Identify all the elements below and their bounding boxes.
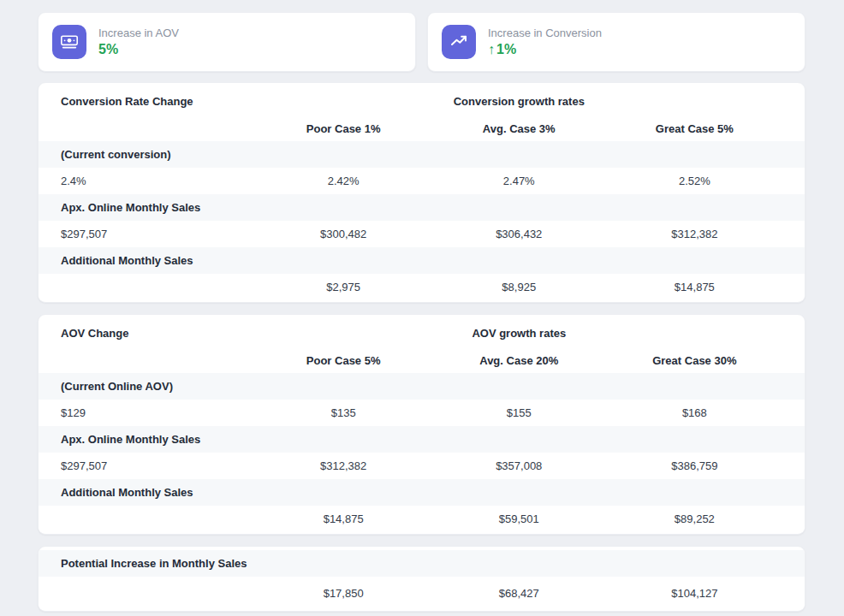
stat-card-aov-text: Increase in AOV 5% xyxy=(98,27,179,57)
column-header-avg: Avg. Case 3% xyxy=(431,122,607,135)
cell-current: $297,507 xyxy=(61,228,256,240)
stat-card-conversion-value: ↑1% xyxy=(488,42,602,57)
cell-great: $14,875 xyxy=(607,281,782,293)
table-header-row: AOV Change AOV growth rates xyxy=(39,318,805,347)
section-label: Apx. Online Monthly Sales xyxy=(61,433,256,446)
cell-great: $168 xyxy=(607,406,782,419)
cell-current: 2.4% xyxy=(61,175,256,187)
cell-poor: $312,382 xyxy=(256,459,431,472)
conversion-rate-table: Conversion Rate Change Conversion growth… xyxy=(38,82,805,303)
cell-avg: $357,008 xyxy=(431,459,607,472)
cell-avg: $306,432 xyxy=(431,228,607,240)
cell-poor: $17,850 xyxy=(256,587,431,600)
column-header-row: Poor Case 5% Avg. Case 20% Great Case 30… xyxy=(39,347,805,373)
cell-poor: 2.42% xyxy=(256,175,431,187)
up-arrow-icon: ↑ xyxy=(488,42,495,56)
table-title: AOV Change xyxy=(61,327,256,340)
table-header-row: Conversion Rate Change Conversion growth… xyxy=(39,86,805,116)
stat-card-aov-value: 5% xyxy=(98,42,179,57)
column-header-great: Great Case 5% xyxy=(607,122,782,135)
trending-up-icon xyxy=(442,25,476,59)
table-row: $297,507 $312,382 $357,008 $386,759 xyxy=(39,453,805,479)
section-label-row: Additional Monthly Sales xyxy=(39,247,805,274)
section-label-row: Additional Monthly Sales xyxy=(39,479,805,506)
stat-card-conversion-label: Increase in Conversion xyxy=(488,27,602,39)
cell-poor: $2,975 xyxy=(256,281,431,293)
column-header-avg: Avg. Case 20% xyxy=(431,354,607,367)
stat-card-aov: Increase in AOV 5% xyxy=(38,12,416,72)
cell-avg: $155 xyxy=(431,406,607,419)
column-header-poor: Poor Case 1% xyxy=(256,122,431,135)
cell-poor: $14,875 xyxy=(256,512,431,525)
section-label: (Current Online AOV) xyxy=(61,380,256,393)
section-label-row: Apx. Online Monthly Sales xyxy=(39,194,805,221)
cell-avg: $59,501 xyxy=(431,512,607,525)
section-label: Additional Monthly Sales xyxy=(61,486,256,499)
aov-change-table: AOV Change AOV growth rates Poor Case 5%… xyxy=(38,314,805,535)
table-row: $14,875 $59,501 $89,252 xyxy=(39,506,805,532)
column-header-great: Great Case 30% xyxy=(607,354,782,367)
stat-card-conversion-text: Increase in Conversion ↑1% xyxy=(488,27,602,57)
stat-card-aov-label: Increase in AOV xyxy=(98,27,179,39)
table-row: $2,975 $8,925 $14,875 xyxy=(39,274,805,300)
cell-great: $89,252 xyxy=(607,512,782,525)
stat-card-conversion: Increase in Conversion ↑1% xyxy=(427,12,805,72)
group-header: AOV growth rates xyxy=(256,327,782,340)
page: Increase in AOV 5% Increase in Conversio… xyxy=(0,0,844,612)
summary-label-row: Potential Increase in Monthly Sales xyxy=(39,550,805,577)
summary-label: Potential Increase in Monthly Sales xyxy=(61,557,494,570)
section-label: Additional Monthly Sales xyxy=(61,254,256,267)
cell-avg: $8,925 xyxy=(431,281,607,293)
cell-avg: 2.47% xyxy=(431,175,607,187)
table-row: 2.4% 2.42% 2.47% 2.52% xyxy=(39,168,805,194)
cell-current: $297,507 xyxy=(61,459,256,472)
cell-poor: $135 xyxy=(256,406,431,419)
group-header: Conversion growth rates xyxy=(256,95,782,108)
section-label: Apx. Online Monthly Sales xyxy=(61,201,256,214)
section-label-row: Apx. Online Monthly Sales xyxy=(39,426,805,453)
table-row: $129 $135 $155 $168 xyxy=(39,400,805,426)
section-label: (Current conversion) xyxy=(61,148,256,161)
cell-great: 2.52% xyxy=(607,175,782,187)
banknote-icon xyxy=(52,25,86,59)
column-header-poor: Poor Case 5% xyxy=(256,354,431,367)
cell-avg: $68,427 xyxy=(431,587,607,600)
cell-poor: $300,482 xyxy=(256,228,431,240)
table-title: Conversion Rate Change xyxy=(61,95,256,108)
table-row: $297,507 $300,482 $306,432 $312,382 xyxy=(39,221,805,247)
section-label-row: (Current conversion) xyxy=(39,141,805,168)
section-label-row: (Current Online AOV) xyxy=(39,373,805,400)
potential-increase-card: Potential Increase in Monthly Sales $17,… xyxy=(38,546,805,612)
summary-values-row: $17,850 $68,427 $104,127 xyxy=(39,577,805,609)
cell-great: $312,382 xyxy=(607,228,782,240)
cell-great: $386,759 xyxy=(607,459,782,472)
stat-card-conversion-value-text: 1% xyxy=(496,42,516,56)
cell-great: $104,127 xyxy=(607,587,782,600)
stat-cards-row: Increase in AOV 5% Increase in Conversio… xyxy=(38,12,805,72)
column-header-row: Poor Case 1% Avg. Case 3% Great Case 5% xyxy=(39,116,805,141)
cell-current: $129 xyxy=(61,406,256,419)
